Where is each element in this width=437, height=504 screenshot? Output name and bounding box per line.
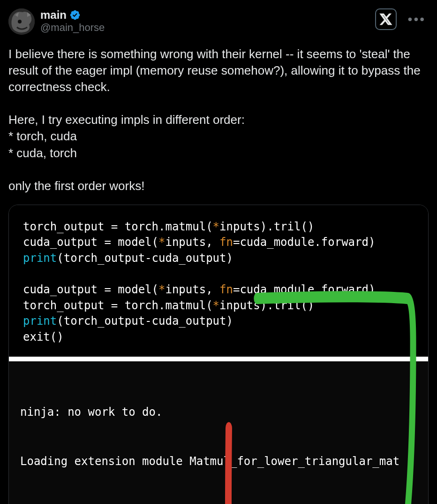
post-header: main @main_horse ••• — [8, 8, 429, 35]
code-screenshot[interactable]: torch_output = torch.matmul(*inputs).tri… — [8, 205, 429, 504]
display-name[interactable]: main — [40, 8, 67, 22]
x-app-badge[interactable] — [375, 8, 397, 30]
code-block-top: torch_output = torch.matmul(*inputs).tri… — [9, 205, 428, 357]
code-block-output: ninja: no work to do. Loading extension … — [9, 361, 428, 504]
post-text: I believe there is something wrong with … — [8, 46, 429, 194]
separator — [9, 357, 428, 361]
verified-badge-icon — [69, 9, 81, 21]
user-name-block: main @main_horse — [40, 8, 105, 34]
avatar[interactable] — [8, 8, 35, 35]
svg-point-1 — [18, 20, 22, 23]
more-menu-icon[interactable]: ••• — [405, 11, 429, 28]
user-handle[interactable]: @main_horse — [40, 22, 105, 34]
